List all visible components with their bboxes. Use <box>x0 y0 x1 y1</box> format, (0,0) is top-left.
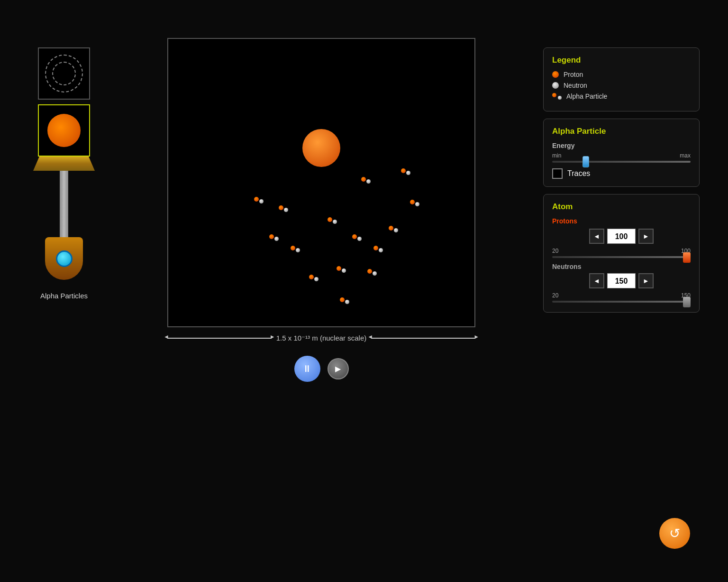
protons-slider-thumb[interactable] <box>683 252 691 263</box>
alpha-particle-3 <box>337 266 346 273</box>
legend-alpha-row: Alpha Particle <box>552 92 691 100</box>
alpha-particle-9 <box>309 275 318 281</box>
protons-min: 20 <box>552 248 558 254</box>
nucleus-preview <box>47 114 81 147</box>
scale-arrow-line-2 <box>371 338 475 339</box>
alpha-particle-5 <box>401 168 410 175</box>
reset-button[interactable]: ↺ <box>659 518 690 549</box>
alpha-particle-13 <box>279 205 288 212</box>
energy-slider-thumb[interactable] <box>582 156 589 167</box>
neutrons-slider-thumb[interactable] <box>683 297 691 307</box>
alpha-particle-4 <box>291 246 300 252</box>
neutrons-min: 20 <box>552 292 558 299</box>
alpha-particle-12 <box>254 197 264 203</box>
scale-arrow-line <box>167 338 272 339</box>
neutrons-title: Neutrons <box>552 263 691 270</box>
alpha-particle-15 <box>340 297 349 304</box>
alpha-particle-title: Alpha Particle <box>552 127 691 136</box>
scale-bar: 1.5 x 10⁻¹³ m (nuclear scale) <box>167 334 475 342</box>
neutrons-stepper: ◄ 150 ► <box>552 273 691 288</box>
atom-preview-box <box>38 104 90 157</box>
alpha-particle-11 <box>367 269 377 276</box>
proton-icon <box>552 71 559 78</box>
step-button[interactable]: ▶ <box>328 358 349 379</box>
neutrons-range-labels: 20 150 <box>552 292 691 299</box>
alpha-particle-7 <box>269 234 279 241</box>
alpha-particle-1 <box>328 217 337 224</box>
simulation-area: 1.5 x 10⁻¹³ m (nuclear scale) ⏸ ▶ <box>114 38 529 382</box>
energy-slider-track[interactable] <box>552 161 691 163</box>
alpha-particle-10 <box>410 200 419 206</box>
alpha-particles-label: Alpha Particles <box>40 292 88 300</box>
alpha-particle-6 <box>389 226 398 232</box>
protons-slider-track[interactable] <box>552 256 691 258</box>
right-panel: Legend Proton Neutron Alpha Particle Alp… <box>543 47 700 313</box>
alpha-particle-2 <box>361 177 371 184</box>
protons-increase-btn[interactable]: ► <box>638 229 654 244</box>
legend-neutron-row: Neutron <box>552 82 691 89</box>
playback-controls: ⏸ ▶ <box>294 356 349 382</box>
energy-range-labels: min max <box>552 152 691 159</box>
traces-label: Traces <box>567 169 590 178</box>
legend-title: Legend <box>552 55 691 65</box>
protons-range-labels: 20 100 <box>552 248 691 254</box>
protons-title: Protons <box>552 217 691 225</box>
simulation-canvas <box>167 38 475 327</box>
protons-stepper: ◄ 100 ► <box>552 229 691 244</box>
gun-body <box>45 237 83 280</box>
neutrons-slider-track[interactable] <box>552 301 691 303</box>
traces-row: Traces <box>552 168 691 179</box>
gun-barrel <box>60 171 68 237</box>
protons-value: 100 <box>607 229 636 244</box>
atom-panel: Atom Protons ◄ 100 ► 20 100 Neutrons ◄ 1… <box>543 194 700 313</box>
main-nucleus <box>302 129 340 167</box>
energy-max-label: max <box>680 152 691 159</box>
proton-label: Proton <box>564 71 583 78</box>
pause-button[interactable]: ⏸ <box>294 356 320 382</box>
neutrons-increase-btn[interactable]: ► <box>638 273 654 288</box>
neutron-label: Neutron <box>564 82 587 89</box>
neutrons-value: 150 <box>607 273 636 288</box>
neutron-icon <box>552 82 559 89</box>
alpha-label: Alpha Particle <box>566 92 607 100</box>
atom-title: Atom <box>552 202 691 212</box>
gun-button <box>56 250 73 267</box>
alpha-particle-panel: Alpha Particle Energy min max Traces <box>543 119 700 187</box>
alpha-particle-14 <box>373 246 383 252</box>
alpha-icon <box>552 93 562 100</box>
energy-min-label: min <box>552 152 561 159</box>
target-display <box>38 47 90 100</box>
scale-label: 1.5 x 10⁻¹³ m (nuclear scale) <box>276 334 367 342</box>
traces-checkbox[interactable] <box>552 168 563 179</box>
protons-decrease-btn[interactable]: ◄ <box>589 229 604 244</box>
neutrons-decrease-btn[interactable]: ◄ <box>589 273 604 288</box>
gun-platform <box>33 157 95 171</box>
energy-label: Energy <box>552 142 691 149</box>
legend-proton-row: Proton <box>552 71 691 78</box>
target-inner-ring <box>52 62 76 85</box>
legend-panel: Legend Proton Neutron Alpha Particle <box>543 47 700 111</box>
left-panel: Alpha Particles <box>28 47 100 300</box>
alpha-particle-8 <box>352 234 362 241</box>
gun-assembly <box>33 157 95 280</box>
